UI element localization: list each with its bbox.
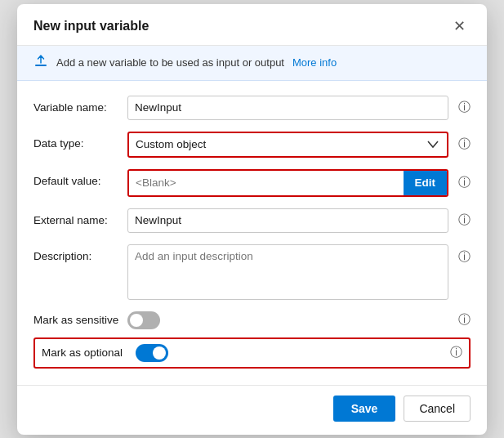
mark-sensitive-toggle-wrap: ⓘ	[127, 311, 471, 329]
external-name-row: External name: ⓘ	[33, 208, 471, 233]
more-info-link[interactable]: More info	[292, 56, 337, 69]
external-name-label: External name:	[33, 208, 127, 226]
default-value-info-icon[interactable]: ⓘ	[458, 175, 471, 190]
mark-optional-label: Mark as optional	[42, 346, 136, 359]
data-type-row: Data type: Custom object Text Number Boo…	[33, 132, 471, 158]
close-button[interactable]: ✕	[448, 17, 471, 35]
default-value-control: Edit ⓘ	[127, 169, 471, 197]
mark-sensitive-row: Mark as sensitive ⓘ	[33, 311, 471, 329]
external-name-control: ⓘ	[127, 208, 471, 233]
default-value-row: Default value: Edit ⓘ	[33, 169, 471, 197]
info-banner: Add a new variable to be used as input o…	[17, 46, 487, 81]
mark-sensitive-label: Mark as sensitive	[33, 314, 127, 326]
svg-rect-0	[35, 65, 47, 66]
variable-name-input[interactable]	[127, 96, 448, 120]
description-row: Description: ⓘ	[33, 244, 471, 300]
mark-optional-row: Mark as optional ⓘ	[33, 337, 471, 369]
edit-button[interactable]: Edit	[404, 171, 448, 195]
dialog-header: New input variable ✕	[17, 4, 487, 46]
external-name-info-icon[interactable]: ⓘ	[458, 212, 471, 228]
mark-optional-info-icon[interactable]: ⓘ	[450, 345, 462, 360]
description-control: ⓘ	[127, 244, 471, 300]
description-info-icon[interactable]: ⓘ	[458, 249, 471, 265]
default-value-label: Default value:	[33, 169, 127, 187]
default-value-input[interactable]	[129, 171, 404, 195]
data-type-label: Data type:	[33, 132, 127, 150]
external-name-input[interactable]	[127, 208, 448, 233]
data-type-info-icon[interactable]: ⓘ	[458, 136, 471, 152]
dialog-body: Variable name: ⓘ Data type: Custom objec…	[17, 81, 487, 385]
save-button[interactable]: Save	[333, 396, 396, 422]
cancel-button[interactable]: Cancel	[404, 396, 471, 422]
variable-name-row: Variable name: ⓘ	[33, 96, 471, 120]
variable-name-label: Variable name:	[33, 96, 127, 114]
variable-name-info-icon[interactable]: ⓘ	[458, 100, 471, 115]
upload-icon	[33, 54, 48, 72]
mark-sensitive-toggle[interactable]	[127, 311, 160, 329]
data-type-select[interactable]: Custom object Text Number Boolean List o…	[127, 132, 448, 158]
default-value-wrap: Edit	[127, 169, 448, 197]
dialog-footer: Save Cancel	[17, 385, 487, 435]
description-label: Description:	[33, 244, 127, 262]
mark-optional-toggle-wrap: ⓘ	[136, 344, 462, 362]
variable-name-control: ⓘ	[127, 96, 471, 120]
new-input-variable-dialog: New input variable ✕ Add a new variable …	[17, 4, 487, 435]
dialog-title: New input variable	[33, 19, 149, 34]
description-textarea[interactable]	[127, 244, 448, 300]
banner-text: Add a new variable to be used as input o…	[56, 56, 284, 69]
data-type-control: Custom object Text Number Boolean List o…	[127, 132, 471, 158]
mark-sensitive-info-icon[interactable]: ⓘ	[458, 312, 471, 328]
mark-optional-toggle[interactable]	[136, 344, 168, 362]
